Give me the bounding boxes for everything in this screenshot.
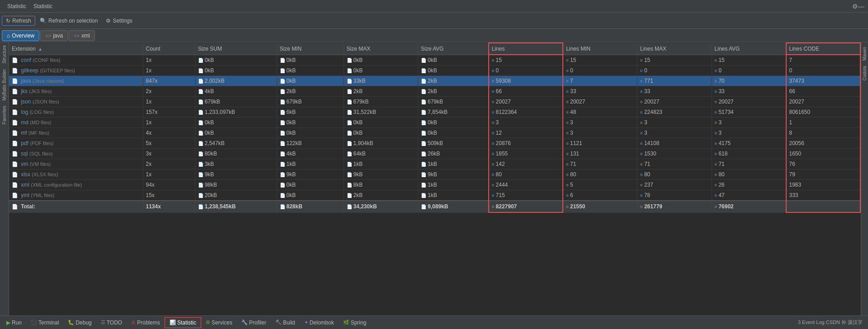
table-row[interactable]: 📄 conf (CONF files) 1x 📄0kB 📄0kB 📄0kB 📄0…: [9, 55, 860, 66]
cell-size-max: 📄2kB: [344, 86, 418, 97]
col-lines-min-header[interactable]: Lines MIN: [563, 43, 637, 55]
toolbar: ↻ Refresh 🔍 Refresh on selection ⚙ Setti…: [0, 13, 868, 29]
statistic-button[interactable]: 📊 Statistic: [165, 317, 201, 328]
table-row[interactable]: 📄 sql (SQL files) 3x 📄80kB 📄4kB 📄64kB 📄2…: [9, 149, 860, 159]
code-icon-java: <>: [45, 33, 51, 38]
table-row[interactable]: 📄 vm (VM files) 2x 📄3kB 📄1kB 📄1kB 📄1kB ≡…: [9, 159, 860, 169]
file-icon: 📄: [12, 182, 18, 188]
lines-max-icon: ≡: [640, 110, 643, 115]
cell-size-sum: 📄2,547kB: [195, 138, 277, 149]
size-max-icon: 📄: [347, 58, 352, 63]
delombok-button[interactable]: ✦ Delombok: [300, 318, 339, 328]
cell-size-sum: 📄679kB: [195, 97, 277, 107]
cell-size-avg: 📄0kB: [418, 55, 488, 66]
cell-lines-max: ≡771: [637, 76, 712, 86]
cell-lines-code: 20056: [786, 138, 861, 149]
window-settings-button[interactable]: ⚙: [852, 3, 858, 10]
table-row[interactable]: 📄 java (Java classes) 847x 📄2,002kB 📄0kB…: [9, 76, 860, 86]
cell-size-sum: 📄0kB: [195, 55, 277, 66]
settings-button[interactable]: ⚙ Settings: [102, 16, 136, 25]
cell-lines-max: ≡20027: [637, 97, 712, 107]
lines-max-icon: ≡: [640, 120, 643, 125]
col-count-header[interactable]: Count: [143, 43, 195, 55]
left-sidebar: Structure MyBatis Builder Favorites: [0, 42, 9, 315]
tab-java[interactable]: <> java: [40, 30, 68, 41]
title-bar-statistic-2[interactable]: Statistic: [30, 3, 56, 9]
col-lines-max-header[interactable]: Lines MAX: [637, 43, 712, 55]
todo-button[interactable]: ☰ TODO: [96, 318, 127, 328]
services-button[interactable]: ⚙ Services: [201, 318, 237, 328]
cell-lines-avg: ≡26: [712, 180, 786, 190]
lines-icon: ≡: [492, 162, 495, 167]
refresh-button[interactable]: ↻ Refresh: [2, 16, 35, 26]
file-stats-table-container[interactable]: Extension ▲ Count Size SUM Size MIN Size…: [9, 42, 861, 315]
build-button[interactable]: 🔨 Build: [271, 318, 300, 328]
cell-size-max: 📄0kB: [344, 118, 418, 128]
title-bar-statistic-1[interactable]: Statistic: [4, 3, 30, 9]
run-button[interactable]: ▶ Run: [2, 318, 26, 328]
cell-lines-min: ≡131: [563, 149, 637, 159]
cell-extension: 📄 log (LOG files): [9, 107, 143, 118]
table-row[interactable]: 📄 pdf (PDF files) 5x 📄2,547kB 📄122kB 📄1,…: [9, 138, 860, 149]
structure-sidebar-label[interactable]: Structure: [2, 42, 7, 66]
terminal-button[interactable]: ⬛ Terminal: [26, 318, 63, 328]
lines-avg-icon: ≡: [715, 99, 717, 104]
cell-lines-max: ≡1530: [637, 149, 712, 159]
table-row[interactable]: 📄 json (JSON files) 1x 📄679kB 📄679kB 📄67…: [9, 97, 860, 107]
build-label: Build: [283, 320, 295, 326]
lines-avg-icon: ≡: [715, 120, 717, 125]
tab-xml[interactable]: <> xml: [69, 30, 95, 41]
size-sum-icon: 📄: [198, 172, 203, 177]
lines-max-icon: ≡: [640, 89, 643, 94]
codota-sidebar[interactable]: Codota: [862, 63, 867, 83]
spring-button[interactable]: 🌿 Spring: [339, 318, 371, 328]
cell-lines: ≡66: [489, 86, 563, 97]
cell-count: 5x: [143, 138, 195, 149]
profiler-button[interactable]: 🔧 Profiler: [237, 318, 271, 328]
col-extension-header[interactable]: Extension ▲: [9, 43, 143, 55]
table-row[interactable]: 📄 md (MD files) 1x 📄0kB 📄0kB 📄0kB 📄0kB ≡…: [9, 118, 860, 128]
col-lines-header[interactable]: Lines: [489, 43, 563, 55]
col-size-sum-header[interactable]: Size SUM: [195, 43, 277, 55]
profiler-label: Profiler: [249, 320, 266, 326]
lines-icon: ≡: [492, 68, 495, 73]
table-row[interactable]: 📄 mf (MF files) 4x 📄0kB 📄0kB 📄0kB 📄0kB ≡…: [9, 128, 860, 138]
cell-extension: 📄 jks (JKS files): [9, 86, 143, 97]
tab-overview[interactable]: ⌂ Overview: [2, 30, 39, 41]
table-row[interactable]: 📄 xlsx (XLSX files) 1x 📄9kB 📄9kB 📄9kB 📄9…: [9, 169, 860, 180]
problems-button[interactable]: ⚠ Problems: [127, 318, 165, 328]
table-row[interactable]: 📄 yml (YML files) 15x 📄20kB 📄0kB 📄2kB 📄1…: [9, 190, 860, 201]
file-icon: 📄: [12, 161, 18, 167]
table-row[interactable]: 📄 jks (JKS files) 2x 📄4kB 📄2kB 📄2kB 📄2kB…: [9, 86, 860, 97]
cell-lines-min: ≡33: [563, 86, 637, 97]
size-min-icon: 📄: [280, 131, 285, 136]
size-avg-icon: 📄: [421, 110, 426, 115]
title-bar: Statistic Statistic ⚙ —: [0, 0, 868, 13]
lines-icon: ≡: [492, 99, 495, 104]
favorites-sidebar-label[interactable]: Favorites: [2, 103, 7, 127]
col-size-min-header[interactable]: Size MIN: [277, 43, 344, 55]
maven-sidebar[interactable]: Maven: [862, 44, 867, 63]
col-size-max-header[interactable]: Size MAX: [344, 43, 418, 55]
col-size-avg-header[interactable]: Size AVG: [418, 43, 488, 55]
tabs-row: ⌂ Overview <> java <> xml: [0, 29, 868, 42]
mybatis-sidebar-label[interactable]: MyBatis Builder: [2, 66, 7, 103]
col-lines-avg-header[interactable]: Lines AVG: [712, 43, 786, 55]
window-minimize-button[interactable]: —: [858, 3, 864, 10]
lines-avg-icon: ≡: [715, 193, 717, 198]
cell-lines-avg: ≡0: [712, 66, 786, 76]
col-lines-code-header[interactable]: Lines CODE: [786, 43, 861, 55]
cell-size-min: 📄0kB: [277, 55, 344, 66]
cell-extension: 📄 yml (YML files): [9, 190, 143, 201]
size-max-icon: 📄: [347, 120, 352, 125]
table-row[interactable]: 📄 xml (XML configuration file) 94x 📄98kB…: [9, 180, 860, 190]
size-sum-icon: 📄: [198, 162, 203, 167]
cell-size-avg: 📄2kB: [418, 86, 488, 97]
debug-button[interactable]: 🐛 Debug: [63, 318, 96, 328]
cell-extension: 📄 pdf (PDF files): [9, 138, 143, 149]
table-row[interactable]: 📄 gitkeep (GITKEEP files) 1x 📄0kB 📄0kB 📄…: [9, 66, 860, 76]
table-row[interactable]: 📄 log (LOG files) 157x 📄1,233,097kB 📄6kB…: [9, 107, 860, 118]
refresh-on-selection-button[interactable]: 🔍 Refresh on selection: [36, 16, 101, 25]
cell-size-sum: 📄9kB: [195, 169, 277, 180]
cell-size-max: 📄8kB: [344, 180, 418, 190]
